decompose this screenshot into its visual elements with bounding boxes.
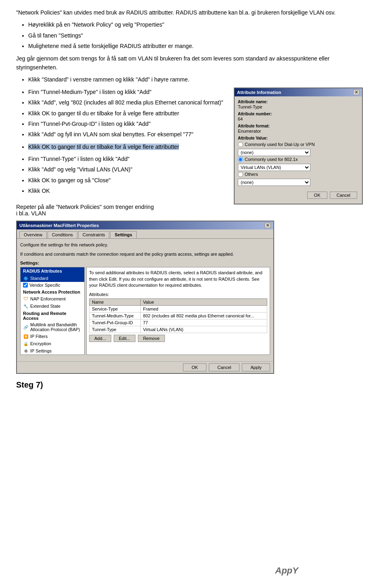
dialog-desc-1: Configure the settings for this network … (20, 242, 270, 248)
encryption-item[interactable]: 🔒 Encryption (21, 340, 84, 347)
radius-header-text: RADIUS Attributes (23, 269, 62, 273)
vendor-checkbox-input[interactable] (23, 283, 28, 288)
bullet-standard: Klikk "Standard" i venstre rammen og kli… (28, 75, 371, 84)
bullet-tunnel-medium: Finn "Tunnel-Medium-Type" i listen og kl… (28, 88, 226, 96)
ip-filters-item[interactable]: 🔽 IP Filters (21, 333, 84, 340)
bullet-ok-twice-1: Klikk OK to ganger til du er tilbake for… (28, 109, 226, 118)
col-value: Value (140, 298, 267, 305)
remove-button[interactable]: Remove (138, 335, 165, 342)
ip-filters-icon: 🔽 (23, 334, 29, 339)
attr-number-value: 64 (238, 117, 359, 121)
bullet-item: Gå til fanen "Settings" (28, 31, 371, 40)
main-apply-button[interactable]: Apply (242, 363, 270, 371)
table-cell-name: Tunnel-Medium-Type (89, 312, 141, 319)
radio-8021x-input[interactable] (238, 157, 243, 162)
standard-bullet: Klikk "Standard" i venstre rammen og kli… (28, 75, 371, 84)
bullet-add-802: Klikk "Add", velg "802 (includes all 802… (28, 98, 226, 107)
extended-state-item[interactable]: 🔧 Extended State (21, 302, 84, 310)
table-row[interactable]: Tunnel-Medium-Type802 (includes all 802 … (89, 312, 267, 319)
tab-bar: Overview Conditions Constraints Settings (17, 229, 273, 238)
attr-dialog-titlebar: Attribute Information ✕ (235, 88, 362, 96)
steg-label: Steg 7) (16, 380, 371, 390)
right-column: Attribute Information ✕ Attribute name: … (234, 88, 371, 217)
dialog-desc-2: If conditions and constraints match the … (20, 251, 270, 257)
right-panel: To send additional attributes to RADIUS … (86, 267, 270, 355)
attr-name-row: Attribute name: Tunnel-Type (238, 100, 359, 109)
bullet-ok-final: Klikk OK (28, 186, 226, 195)
para-1: "Network Policies" kan utvides med bruk … (16, 8, 371, 17)
ip-settings-icon: ⚙ (23, 348, 29, 354)
multilink-item[interactable]: 🔗 Multilink and Bandwidth Allocation Pro… (21, 321, 84, 333)
intro-bullets: Høyreklikk på en "Network Policy" og vel… (28, 20, 371, 50)
attr-value-section: Attribute Value: Commonly used for Dial-… (238, 136, 359, 187)
dropdown-others[interactable]: (none) (238, 179, 310, 186)
radius-header: RADIUS Attributes (21, 267, 84, 275)
radio-others[interactable]: Others (238, 172, 359, 177)
repeat-text: Repeter på alle "Network Policies" som t… (16, 204, 226, 217)
standard-icon: 🔷 (23, 275, 29, 281)
nap-enforcement-item[interactable]: 🛡 NAP Enforcement (21, 295, 84, 302)
attr-cancel-button[interactable]: Cancel (330, 192, 357, 199)
ip-settings-item[interactable]: ⚙ IP Settings (21, 347, 84, 354)
radio-others-label: Others (245, 172, 258, 177)
vendor-checkbox: Vendor Specific (23, 283, 60, 288)
attr-ok-button[interactable]: OK (307, 192, 327, 199)
attr-name-value: Tunnel-Type (238, 104, 359, 109)
highlighted-text: Klikk OK to ganger til du er tilbake for… (28, 144, 179, 150)
radio-others-input[interactable] (238, 172, 243, 177)
add-button[interactable]: Add... (89, 335, 111, 342)
after-bullets: Finn "Tunnel-Type" i listen og klikk "Ad… (28, 154, 226, 196)
main-ok-button[interactable]: OK (183, 363, 206, 371)
attributes-label: Attributes: (89, 292, 267, 297)
table-row[interactable]: Service-TypeFramed (89, 305, 267, 312)
standard-label: Standard (30, 276, 48, 281)
tab-conditions[interactable]: Conditions (48, 231, 77, 238)
bullet-virtual-lans: Klikk "Add" og velg "Virtual LANs (VLAN)… (28, 165, 226, 174)
radio-8021x-label: Commonly used for 802.1x (245, 157, 298, 162)
attr-name-label: Attribute name: (238, 100, 359, 104)
main-dialog-close-button[interactable]: ✕ (264, 223, 271, 228)
main-cancel-button[interactable]: Cancel (209, 363, 239, 371)
radio-dialup-input[interactable] (238, 142, 243, 147)
radio-dialup-label: Commonly used for Dial-Up or VPN (245, 142, 315, 147)
extended-state-label: Extended State (30, 304, 60, 309)
multilink-label: Multilink and Bandwidth Allocation Proto… (30, 322, 80, 332)
table-row[interactable]: Tunnel-Pvt-Group-ID77 (89, 319, 267, 326)
attr-dialog-close-button[interactable]: ✕ (353, 90, 360, 95)
vendor-label: Vendor Specific (29, 283, 60, 288)
attr-dialog-body: Attribute name: Tunnel-Type Attribute nu… (235, 96, 362, 204)
tab-constraints[interactable]: Constraints (78, 231, 110, 238)
bullet-item: Mulighetene med å sette forskjellige RAD… (28, 42, 371, 50)
edit-button[interactable]: Edit... (114, 335, 135, 342)
bullet-tunnel-type: Finn "Tunnel-Type" i listen og klikk "Ad… (28, 154, 226, 163)
attribute-info-dialog: Attribute Information ✕ Attribute name: … (234, 88, 363, 204)
extended-icon: 🔧 (23, 303, 29, 309)
tab-settings[interactable]: Settings (110, 231, 136, 238)
bullet-ok-close: Klikk OK to ganger og så "Close" (28, 176, 226, 185)
nap-enforcement-label: NAP Enforcement (30, 296, 66, 301)
standard-item[interactable]: 🔷 Standard (21, 275, 84, 282)
dropdown-dialup[interactable]: (none) (238, 149, 310, 156)
highlighted-bullets: Klikk OK to ganger til du er tilbake for… (28, 142, 226, 151)
split-panel: RADIUS Attributes 🔷 Standard Vendor Spec… (20, 267, 270, 355)
intro-paragraph: "Network Policies" kan utvides med bruk … (16, 8, 371, 17)
repeat-line1: Repeter på alle "Network Policies" som t… (16, 204, 226, 210)
dropdown-8021x[interactable]: Virtual LANs (VLAN) (238, 164, 310, 171)
bullet-tunnel-pvt: Finn "Tunnel-Pvt-Group-ID" i listen og k… (28, 119, 226, 128)
vendor-specific-item[interactable]: Vendor Specific (21, 282, 84, 288)
tab-overview[interactable]: Overview (19, 231, 47, 238)
table-cell-value: Virtual LANs (VLAN) (140, 326, 267, 333)
table-cell-name: Tunnel-Type (89, 326, 141, 333)
radio-8021x[interactable]: Commonly used for 802.1x (238, 157, 359, 162)
attr-number-label: Attribute number: (238, 112, 359, 116)
left-panel: RADIUS Attributes 🔷 Standard Vendor Spec… (20, 267, 85, 355)
ip-settings-label: IP Settings (30, 348, 52, 353)
left-column: Finn "Tunnel-Medium-Type" i listen og kl… (16, 88, 226, 217)
table-row[interactable]: Tunnel-TypeVirtual LANs (VLAN) (89, 326, 267, 333)
main-dialog-title-text: Utlånsmaskiner MacFilltert Properties (19, 223, 99, 228)
bullet-add-vlan-num: Klikk "Add" og fyll inn VLAN som skal be… (28, 130, 226, 139)
radio-dialup[interactable]: Commonly used for Dial-Up or VPN (238, 142, 359, 147)
main-bullets: Finn "Tunnel-Medium-Type" i listen og kl… (28, 88, 226, 139)
main-properties-dialog: Utlånsmaskiner MacFilltert Properties ✕ … (16, 221, 274, 374)
attr-format-label: Attribute format: (238, 124, 359, 128)
